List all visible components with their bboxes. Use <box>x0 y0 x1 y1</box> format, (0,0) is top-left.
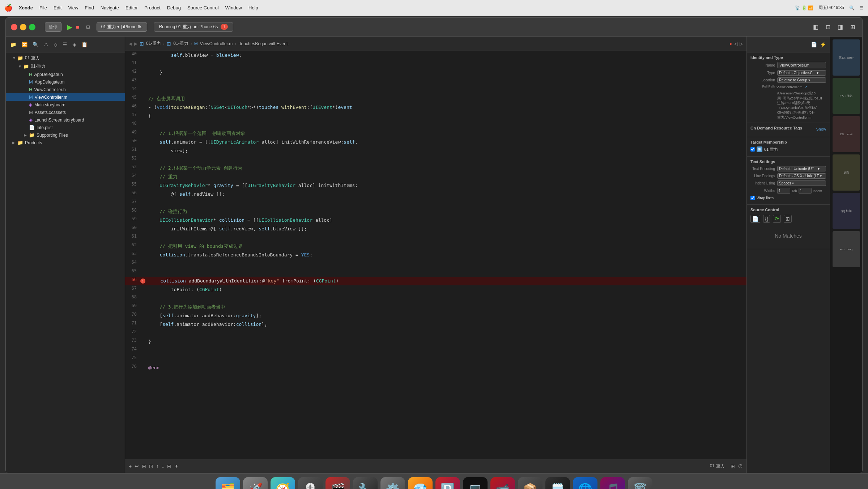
sidebar-warning-icon[interactable]: ⚠ <box>42 41 50 48</box>
pause-button[interactable]: 暂停 <box>45 22 61 32</box>
menu-xcode[interactable]: Xcode <box>19 5 33 10</box>
sidebar-breakpoint-icon[interactable]: ◈ <box>71 41 78 48</box>
navigator-toggle[interactable]: ◧ <box>811 23 821 31</box>
inspector-file-icon[interactable]: 📄 <box>811 42 817 47</box>
dock-video[interactable]: 🎬 <box>326 477 350 489</box>
dock-sketch[interactable]: 💎 <box>408 477 433 489</box>
tree-item-group-main[interactable]: ▼ 📁 01-重力 <box>6 62 125 71</box>
tree-item-supporting[interactable]: ▶ 📁 Supporting Files <box>6 131 125 139</box>
code-editor[interactable]: 40 self.blueView = blueView; 41 42 } <box>125 51 746 459</box>
bottom-clock-icon[interactable]: ⏱ <box>738 463 743 469</box>
sidebar-test-icon[interactable]: ◇ <box>52 41 59 48</box>
indent-width-input[interactable] <box>799 188 812 194</box>
dock-terminal[interactable]: 💻 <box>463 477 488 489</box>
debug-toggle[interactable]: ⊡ <box>824 23 833 31</box>
insp-encoding-dropdown[interactable]: Default - Unicode (UT... ▾ <box>777 166 826 171</box>
sc-layout-icon[interactable]: ⊞ <box>784 215 792 223</box>
rp-thumb-5[interactable]: QQ 框架 <box>833 193 860 229</box>
scheme-selector[interactable]: 01-重力 ▾ | iPhone 6s <box>97 22 147 32</box>
sidebar-search-icon[interactable]: 🔍 <box>31 41 40 48</box>
fullscreen-button[interactable] <box>29 24 35 30</box>
target-checkbox[interactable] <box>750 147 755 152</box>
tree-item-products[interactable]: ▶ 📁 Products <box>6 139 125 146</box>
dock-p-tool[interactable]: 🅿️ <box>435 477 460 489</box>
run-button[interactable]: ▶ <box>67 23 72 31</box>
tree-item-appdelegate-m[interactable]: M AppDelegate.m <box>6 78 125 86</box>
sidebar-source-icon[interactable]: 🔀 <box>20 41 29 48</box>
dock-terminal2[interactable]: 🔧 <box>353 477 378 489</box>
dock-app2[interactable]: 🗒️ <box>545 477 570 489</box>
insp-indent-dropdown[interactable]: Spaces ▾ <box>777 180 826 186</box>
minimize-button[interactable] <box>20 24 26 30</box>
tree-item-viewcontroller-m[interactable]: M ViewController.m <box>6 93 125 101</box>
tree-item-viewcontroller-h[interactable]: H ViewController.h <box>6 86 125 93</box>
bottom-down-icon[interactable]: ↓ <box>162 463 164 469</box>
dock-safari[interactable]: 🧭 <box>271 477 295 489</box>
inspector-toggle[interactable]: ⊞ <box>848 23 857 31</box>
bottom-up-icon[interactable]: ↑ <box>156 463 159 469</box>
bottom-inspector-icon[interactable]: ⊞ <box>142 463 146 469</box>
dock-finder[interactable]: 🗂️ <box>216 477 240 489</box>
menu-edit[interactable]: Edit <box>54 5 61 10</box>
rp-thumb-6[interactable]: xco...dmg <box>833 231 860 267</box>
tree-item-infoplist[interactable]: 📄 Info.plist <box>6 124 125 131</box>
bottom-expand-icon[interactable]: ⊞ <box>731 463 735 469</box>
bottom-layout-icon[interactable]: ⊡ <box>149 463 153 469</box>
sc-code-icon[interactable]: {} <box>763 215 770 223</box>
tab-width-input[interactable] <box>777 188 790 194</box>
breadcrumb-method[interactable]: -touchesBegan:withEvent: <box>238 41 289 46</box>
breadcrumb-root[interactable]: 01-重力 <box>146 41 161 47</box>
close-button[interactable] <box>11 24 17 30</box>
assistant-toggle[interactable]: ◨ <box>835 23 845 31</box>
tree-item-assets[interactable]: ⊞ Assets.xcassets <box>6 109 125 116</box>
rp-thumb-2[interactable]: 07-（优化 <box>833 78 860 114</box>
sidebar-report-icon[interactable]: 📋 <box>80 41 89 48</box>
bottom-send-icon[interactable]: ✈ <box>174 463 179 469</box>
menu-product[interactable]: Product <box>144 5 161 10</box>
dock-mouse[interactable]: 🖱️ <box>298 477 323 489</box>
tree-item-main-storyboard[interactable]: ◈ Main.storyboard <box>6 101 125 109</box>
dock-app1[interactable]: 📦 <box>518 477 542 489</box>
menu-source-control[interactable]: Source Control <box>187 5 219 10</box>
dock-media[interactable]: 📹 <box>490 477 515 489</box>
insp-name-value[interactable]: ViewController.m <box>777 62 826 68</box>
menu-file[interactable]: File <box>39 5 47 10</box>
show-button[interactable]: Show <box>816 127 826 131</box>
insp-location-dropdown[interactable]: Relative to Group ▾ <box>777 77 826 83</box>
sidebar-folder-icon[interactable]: 📁 <box>9 41 18 48</box>
dock-browser[interactable]: 🌐 <box>573 477 597 489</box>
menu-window[interactable]: Window <box>225 5 242 10</box>
inspector-quick-icon[interactable]: ⚡ <box>820 42 826 47</box>
breadcrumb-nav-btn2[interactable]: ▷ <box>740 41 743 46</box>
dock-launchpad[interactable]: 🚀 <box>243 477 268 489</box>
insp-type-dropdown[interactable]: Default - Objective-C... ▾ <box>777 70 826 76</box>
wrap-lines-checkbox[interactable] <box>750 196 755 200</box>
bottom-add-icon[interactable]: + <box>129 463 132 469</box>
breadcrumb-nav-btn[interactable]: ◁ <box>734 41 737 46</box>
rp-thumb-3[interactable]: ZJL...etail <box>833 116 860 152</box>
dock-trash[interactable]: 🗑️ <box>628 477 652 489</box>
breadcrumb-group[interactable]: 01-重力 <box>173 41 188 47</box>
menu-debug[interactable]: Debug <box>167 5 181 10</box>
menu-editor[interactable]: Editor <box>125 5 138 10</box>
breadcrumb-file[interactable]: ViewController.m <box>200 41 233 46</box>
apple-menu[interactable]: 🍎 <box>4 4 12 12</box>
sc-file-icon[interactable]: 📄 <box>750 215 760 223</box>
dock-music[interactable]: 🎵 <box>600 477 625 489</box>
bottom-split-icon[interactable]: ⊟ <box>167 463 171 469</box>
rp-thumb-1[interactable]: 第13...aster <box>833 39 860 76</box>
menu-find[interactable]: Find <box>85 5 94 10</box>
dock-systemprefs[interactable]: ⚙️ <box>380 477 405 489</box>
bottom-back-icon[interactable]: ↩ <box>135 463 139 469</box>
tree-item-appdelegate-h[interactable]: H AppDelegate.h <box>6 71 125 78</box>
breadcrumb-nav-forward[interactable]: ▶ <box>134 41 137 46</box>
menu-navigate[interactable]: Navigate <box>101 5 119 10</box>
rp-thumb-4[interactable]: 桌面 <box>833 154 860 191</box>
stop-button[interactable]: ■ <box>76 24 80 30</box>
sc-refresh-icon[interactable]: ⟳ <box>773 215 781 223</box>
tree-item-root[interactable]: ▼ 📁 01-重力 <box>6 54 125 62</box>
menu-view[interactable]: View <box>68 5 78 10</box>
insp-lineendings-dropdown[interactable]: Default - OS X / Unix (LF ▾ <box>777 173 826 179</box>
menu-help[interactable]: Help <box>248 5 258 10</box>
insp-fullpath-reveal[interactable]: ↗ <box>804 85 807 89</box>
